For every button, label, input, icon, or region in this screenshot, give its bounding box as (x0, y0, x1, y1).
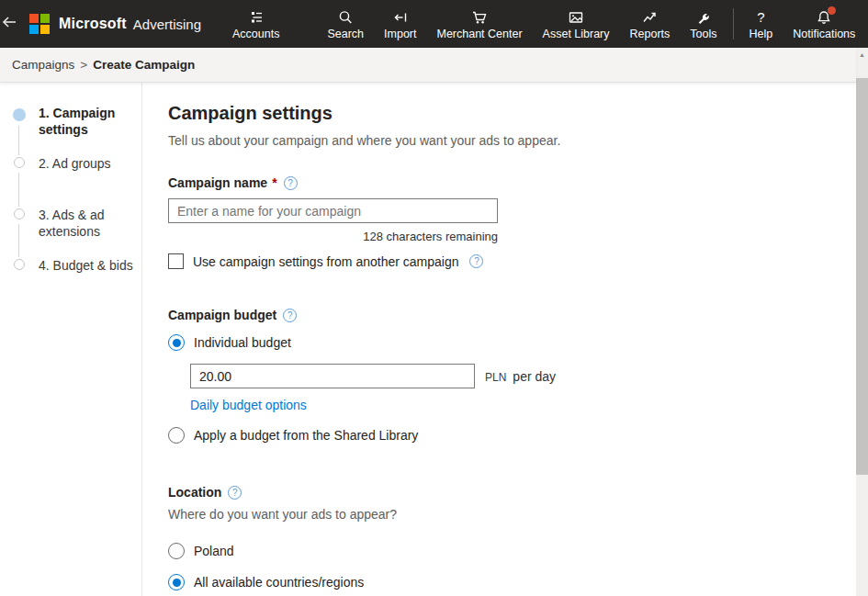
page-subtitle: Tell us about your campaign and where yo… (168, 133, 560, 148)
vertical-scrollbar[interactable]: ▲ (856, 48, 868, 596)
nav-item-asset-library[interactable]: Asset Library (533, 0, 620, 48)
required-marker: * (272, 175, 276, 190)
step-2-ad-groups[interactable]: 2. Ad groups (39, 155, 141, 172)
nav-item-label: Merchant Center (436, 28, 522, 40)
budget-options-row: Daily budget options (190, 397, 307, 413)
page: Microsoft Advertising Accounts Search Im… (0, 0, 868, 596)
location-option-all-countries: All available countries/regions (168, 574, 364, 590)
step-1-circle[interactable] (13, 108, 26, 121)
wizard-stepper: 1. Campaign settings 2. Ad groups 3. Ads… (0, 83, 142, 596)
microsoft-logo-icon (29, 14, 50, 34)
location-help-icon[interactable]: ? (228, 486, 242, 500)
per-day-label: per day (513, 369, 556, 384)
step-3-ads-extensions[interactable]: 3. Ads & ad extensions (39, 207, 141, 240)
nav-item-merchant-center[interactable]: Merchant Center (426, 0, 532, 48)
step-2-circle[interactable] (14, 157, 25, 168)
step-4-circle[interactable] (14, 259, 25, 270)
step-4-budget-bids[interactable]: 4. Budget & bids (39, 257, 141, 274)
nav-item-label: Asset Library (543, 28, 610, 40)
currency-code: PLN (485, 371, 506, 384)
topbar-right-group: ? Help Notifications (727, 0, 868, 48)
import-icon (392, 9, 409, 26)
nav-item-tools[interactable]: Tools (680, 0, 727, 48)
location-option-poland: Poland (168, 543, 234, 559)
topbar-divider (733, 8, 734, 39)
copy-settings-help-icon[interactable]: ? (469, 254, 483, 268)
individual-budget-option: Individual budget (168, 334, 291, 351)
nav-item-help[interactable]: ? Help (739, 0, 783, 48)
individual-budget-radio[interactable] (168, 334, 185, 351)
shared-budget-option: Apply a budget from the Shared Library (168, 427, 418, 444)
poland-label: Poland (194, 544, 234, 558)
characters-remaining: 128 characters remaining (168, 230, 498, 243)
nav-item-label: Reports (630, 28, 671, 40)
step-connector (18, 126, 19, 155)
campaign-name-help-icon[interactable]: ? (284, 176, 298, 190)
shared-budget-label: Apply a budget from the Shared Library (194, 428, 418, 443)
scrollbar-thumb[interactable] (856, 78, 868, 475)
image-icon (568, 9, 584, 26)
back-arrow-icon (0, 13, 18, 35)
nav-item-reports[interactable]: Reports (620, 0, 681, 48)
campaign-name-label: Campaign name (168, 175, 267, 190)
nav-item-label: Tools (690, 28, 716, 40)
nav-item-label: Search (327, 28, 364, 40)
campaign-budget-label: Campaign budget (168, 308, 276, 322)
breadcrumb-campaigns-link[interactable]: Campaigns (12, 58, 74, 72)
individual-budget-label: Individual budget (194, 335, 291, 350)
breadcrumb: Campaigns > Create Campaign (0, 48, 856, 83)
main-content: Campaign settings Tell us about your cam… (168, 83, 719, 596)
copy-settings-row: Use campaign settings from another campa… (168, 253, 483, 269)
daily-budget-options-link[interactable]: Daily budget options (190, 398, 307, 412)
shared-budget-radio[interactable] (168, 427, 185, 444)
location-label: Location (168, 485, 221, 500)
nav-item-label: Import (384, 28, 416, 40)
top-navigation-bar: Microsoft Advertising Accounts Search Im… (0, 0, 868, 48)
search-icon (337, 9, 354, 26)
step-connector (18, 224, 19, 257)
breadcrumb-current: Create Campaign (93, 58, 195, 72)
nav-item-notifications[interactable]: Notifications (783, 0, 865, 48)
breadcrumb-separator: > (80, 58, 87, 72)
campaign-budget-help-icon[interactable]: ? (283, 309, 297, 322)
nav-item-search[interactable]: Search (317, 0, 374, 48)
back-button[interactable] (0, 0, 18, 48)
step-connector (18, 173, 19, 207)
location-label-row: Location ? (168, 485, 242, 500)
scrollbar-up-arrow[interactable]: ▲ (856, 48, 868, 62)
notification-badge (828, 6, 836, 15)
cart-icon (471, 9, 488, 26)
campaign-budget-label-row: Campaign budget ? (168, 308, 297, 322)
nav-item-label: Help (750, 28, 773, 40)
copy-settings-checkbox[interactable] (168, 253, 184, 269)
nav-item-label: Notifications (793, 28, 855, 40)
nav-item-label: Accounts (232, 28, 279, 40)
step-3-circle[interactable] (14, 208, 25, 219)
location-question: Where do you want your ads to appear? (168, 507, 397, 522)
all-countries-label: All available countries/regions (194, 575, 364, 590)
wrench-icon (695, 9, 712, 26)
bell-icon (816, 9, 832, 26)
brand-product: Advertising (133, 17, 201, 32)
help-icon: ? (757, 9, 764, 26)
budget-amount-input[interactable] (190, 364, 475, 388)
poland-radio[interactable] (168, 543, 185, 559)
campaign-name-input-wrap (168, 198, 498, 223)
nav-item-import[interactable]: Import (374, 0, 426, 48)
accounts-icon (248, 9, 265, 26)
campaign-name-input[interactable] (168, 198, 498, 223)
budget-amount-row: PLN per day (190, 364, 556, 388)
brand-name: Microsoft (59, 16, 127, 32)
nav-item-accounts[interactable]: Accounts (222, 0, 289, 48)
step-1-campaign-settings[interactable]: 1. Campaign settings (39, 105, 141, 138)
copy-settings-label: Use campaign settings from another campa… (193, 254, 458, 269)
chart-icon (641, 9, 658, 26)
all-countries-radio[interactable] (168, 574, 185, 590)
campaign-name-label-row: Campaign name * ? (168, 175, 298, 190)
page-title: Campaign settings (168, 103, 333, 124)
